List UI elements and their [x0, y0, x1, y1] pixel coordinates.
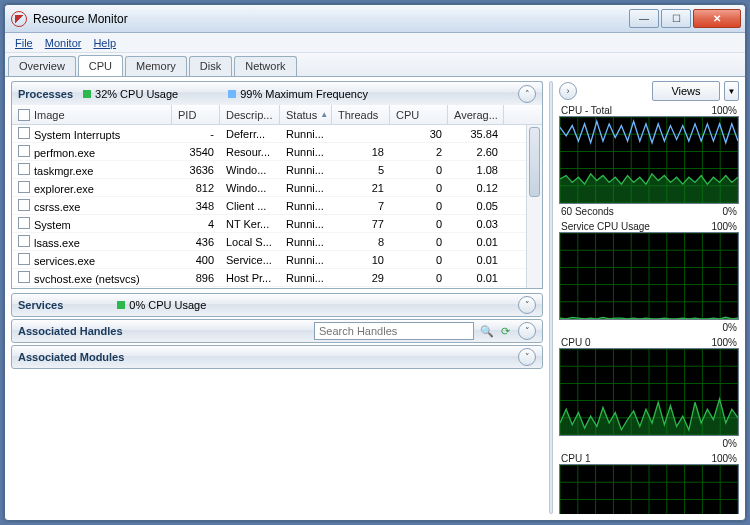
services-expand-button[interactable]: ˅ [518, 296, 536, 314]
chart-max-label: 100% [711, 337, 737, 348]
processes-header[interactable]: Processes 32% CPU Usage 99% Maximum Freq… [11, 81, 543, 105]
select-all-checkbox[interactable] [18, 109, 30, 121]
menu-monitor[interactable]: Monitor [45, 37, 82, 49]
tab-cpu[interactable]: CPU [78, 55, 123, 76]
row-checkbox[interactable] [18, 271, 30, 283]
tab-bar: Overview CPU Memory Disk Network [5, 53, 745, 77]
menu-file[interactable]: File [15, 37, 33, 49]
services-cpu-legend [117, 301, 125, 309]
row-checkbox[interactable] [18, 163, 30, 175]
menu-help[interactable]: Help [93, 37, 116, 49]
app-icon [11, 11, 27, 27]
handles-expand-button[interactable]: ˅ [518, 322, 536, 340]
handles-title: Associated Handles [18, 325, 123, 337]
processes-column-header: Image PID Descrip... Status ▲ Threads CP… [12, 105, 542, 125]
processes-collapse-button[interactable]: ˄ [518, 85, 536, 103]
charts-collapse-button[interactable]: › [559, 82, 577, 100]
window-title: Resource Monitor [33, 12, 128, 26]
cpu-chart [559, 232, 739, 320]
left-pane: Processes 32% CPU Usage 99% Maximum Freq… [11, 81, 543, 514]
row-checkbox[interactable] [18, 199, 30, 211]
cpu-usage-text: 32% CPU Usage [95, 88, 178, 100]
table-row[interactable]: taskmgr.exe3636Windo...Runni...501.08 [12, 161, 542, 179]
handles-header[interactable]: Associated Handles 🔍 ⟳ ˅ [11, 319, 543, 343]
processes-title: Processes [18, 88, 73, 100]
processes-scrollbar[interactable] [526, 125, 542, 288]
table-row[interactable]: lsass.exe436Local S...Runni...800.01 [12, 233, 542, 251]
col-pid[interactable]: PID [172, 105, 220, 124]
search-handles-input[interactable] [314, 322, 474, 340]
chart-max-label: 100% [711, 453, 737, 464]
row-checkbox[interactable] [18, 235, 30, 247]
pane-splitter[interactable] [549, 81, 553, 514]
chart-footer-right: 0% [723, 438, 737, 449]
sort-indicator-icon: ▲ [320, 110, 328, 119]
modules-header[interactable]: Associated Modules ˅ [11, 345, 543, 369]
app-window: Resource Monitor — ☐ ✕ File Monitor Help… [4, 4, 746, 521]
modules-title: Associated Modules [18, 351, 124, 363]
row-checkbox[interactable] [18, 127, 30, 139]
chart-title: Service CPU Usage [561, 221, 650, 232]
col-image[interactable]: Image [12, 105, 172, 124]
menu-bar: File Monitor Help [5, 33, 745, 53]
maximize-button[interactable]: ☐ [661, 9, 691, 28]
row-checkbox[interactable] [18, 181, 30, 193]
chart-footer-left: 60 Seconds [561, 206, 614, 217]
table-row[interactable]: System Interrupts-Deferr...Runni...3035.… [12, 125, 542, 143]
services-cpu-text: 0% CPU Usage [129, 299, 206, 311]
row-checkbox[interactable] [18, 253, 30, 265]
cpu-chart [559, 116, 739, 204]
chart-title: CPU 0 [561, 337, 590, 348]
table-row[interactable]: svchost.exe (netsvcs)896Host Pr...Runni.… [12, 269, 542, 287]
max-freq-text: 99% Maximum Frequency [240, 88, 368, 100]
chart-title: CPU - Total [561, 105, 612, 116]
col-threads[interactable]: Threads [332, 105, 390, 124]
max-freq-legend [228, 90, 236, 98]
services-header[interactable]: Services 0% CPU Usage ˅ [11, 293, 543, 317]
search-refresh-icon[interactable]: ⟳ [497, 323, 513, 339]
chart-title: CPU 1 [561, 453, 590, 464]
tab-disk[interactable]: Disk [189, 56, 232, 76]
col-status[interactable]: Status ▲ [280, 105, 332, 124]
table-row[interactable]: explorer.exe812Windo...Runni...2100.12 [12, 179, 542, 197]
tab-overview[interactable]: Overview [8, 56, 76, 76]
table-row[interactable]: services.exe400Service...Runni...1000.01 [12, 251, 542, 269]
col-cpu[interactable]: CPU [390, 105, 448, 124]
table-row[interactable]: csrss.exe348Client ...Runni...700.05 [12, 197, 542, 215]
chart-max-label: 100% [711, 221, 737, 232]
row-checkbox[interactable] [18, 145, 30, 157]
modules-expand-button[interactable]: ˅ [518, 348, 536, 366]
search-go-icon[interactable]: 🔍 [479, 323, 495, 339]
minimize-button[interactable]: — [629, 9, 659, 28]
tab-network[interactable]: Network [234, 56, 296, 76]
close-button[interactable]: ✕ [693, 9, 741, 28]
views-button[interactable]: Views [652, 81, 720, 101]
chart-footer-right: 0% [723, 206, 737, 217]
chart-max-label: 100% [711, 105, 737, 116]
right-pane: › Views ▼ CPU - Total100%60 Seconds0%Ser… [559, 81, 739, 514]
views-dropdown-icon[interactable]: ▼ [724, 81, 739, 101]
cpu-usage-legend [83, 90, 91, 98]
row-checkbox[interactable] [18, 217, 30, 229]
processes-table: Image PID Descrip... Status ▲ Threads CP… [11, 105, 543, 289]
col-average[interactable]: Averag... [448, 105, 504, 124]
tab-memory[interactable]: Memory [125, 56, 187, 76]
col-description[interactable]: Descrip... [220, 105, 280, 124]
services-title: Services [18, 299, 63, 311]
chart-footer-right: 0% [723, 322, 737, 333]
scrollbar-thumb[interactable] [529, 127, 540, 197]
table-row[interactable]: System4NT Ker...Runni...7700.03 [12, 215, 542, 233]
cpu-chart [559, 464, 739, 514]
titlebar[interactable]: Resource Monitor — ☐ ✕ [5, 5, 745, 33]
table-row[interactable]: perfmon.exe3540Resour...Runni...1822.60 [12, 143, 542, 161]
cpu-chart [559, 348, 739, 436]
